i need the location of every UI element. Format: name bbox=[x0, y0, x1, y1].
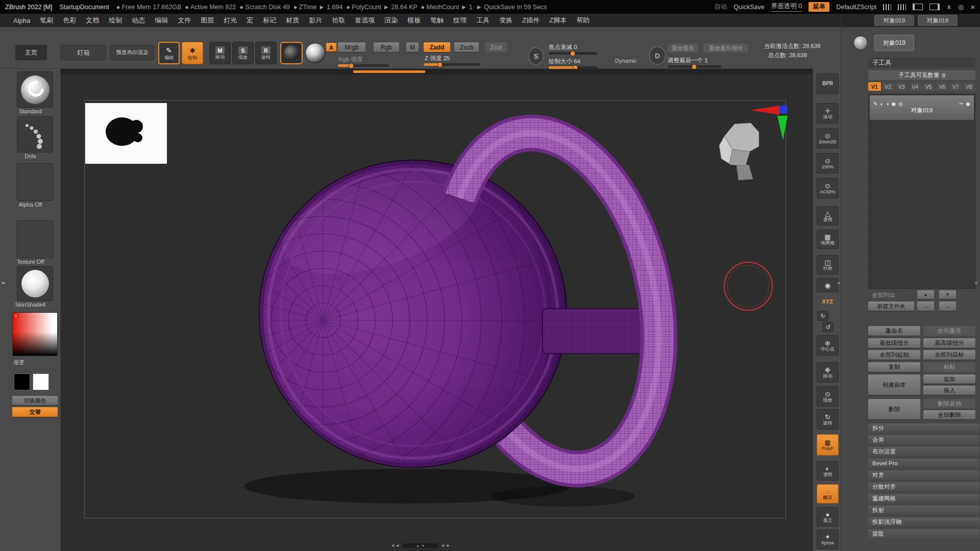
mixer2-icon[interactable] bbox=[898, 4, 906, 10]
ui-opacity-slider[interactable]: 界面透明 0 bbox=[771, 2, 802, 12]
redo-last-button[interactable]: 重做最后 bbox=[668, 43, 698, 53]
m-button[interactable]: M bbox=[406, 42, 419, 52]
xyz-rotation-lock[interactable]: XYZ bbox=[818, 298, 837, 305]
paste-button[interactable]: 粘贴 bbox=[923, 362, 975, 372]
uv-icon[interactable]: ◉ bbox=[891, 101, 896, 107]
material-sphere-button[interactable] bbox=[305, 43, 326, 63]
subtool-item-selected[interactable]: ✎ ◐ ◑ ◉ ◎ ✑ ◉ 对象019 bbox=[870, 95, 974, 120]
section-bas-relief[interactable]: 投影浅浮雕 bbox=[868, 517, 979, 527]
left-panel-icon[interactable] bbox=[913, 4, 923, 10]
zsub-button[interactable]: Zsub bbox=[454, 42, 479, 52]
v3-button[interactable]: V3 bbox=[895, 82, 908, 91]
all-to-start-button[interactable]: 全部到起始 bbox=[868, 350, 920, 360]
duplicate-button[interactable]: 创建副本 bbox=[868, 374, 920, 395]
menu-marker[interactable]: 标记 bbox=[263, 16, 276, 25]
menu-material[interactable]: 材质 bbox=[286, 16, 299, 25]
tool-tab-2[interactable]: 对象019 bbox=[918, 15, 958, 26]
scale-tool-button[interactable]: S 缩放 bbox=[232, 42, 254, 64]
viewport-canvas[interactable]: ◄◄ ▲ ▼ ►► bbox=[61, 69, 813, 551]
v2-button[interactable]: V2 bbox=[882, 82, 895, 91]
mixer-icon[interactable] bbox=[883, 4, 891, 10]
lightbox-button[interactable]: 灯箱 bbox=[61, 45, 106, 60]
menu-stencil[interactable]: 模板 bbox=[407, 16, 421, 25]
axis-x-arrow[interactable] bbox=[751, 106, 779, 115]
dynamic-toggle[interactable]: Dynamic bbox=[615, 58, 637, 64]
record-icon[interactable]: ◎ bbox=[958, 4, 964, 10]
section-distribute[interactable]: 分散对齐 bbox=[868, 482, 979, 491]
current-stroke-button[interactable] bbox=[280, 42, 303, 64]
menu-draw[interactable]: 绘制 bbox=[109, 16, 122, 25]
delete-all-button[interactable]: 全部删除 bbox=[923, 410, 975, 419]
right-shelf-divider-arrow[interactable]: ◂ bbox=[837, 280, 840, 285]
subtool-section-header[interactable]: 子工具 bbox=[868, 58, 975, 68]
floor-grid-button[interactable]: ▦地网格 bbox=[817, 230, 839, 249]
move-into-folder-button[interactable]: → bbox=[917, 302, 934, 311]
delete-button[interactable]: 删除 bbox=[868, 399, 920, 419]
main-color-swatch[interactable] bbox=[14, 373, 30, 390]
v5-button[interactable]: V5 bbox=[922, 82, 935, 91]
left-divider-arrows[interactable]: ◂▸ bbox=[1, 280, 6, 285]
menu-button[interactable]: 菜单 bbox=[808, 2, 829, 12]
a-toggle[interactable]: A bbox=[326, 43, 336, 52]
rotate-y-icon[interactable]: ↻ bbox=[817, 311, 828, 321]
camera-orientation-head[interactable] bbox=[719, 123, 759, 180]
collapse-icon[interactable]: ∧ bbox=[946, 4, 951, 10]
brush-visibility-icon[interactable]: ✑ bbox=[959, 101, 963, 107]
set-pivot-button[interactable]: ⊕中心点 bbox=[817, 335, 839, 356]
alternate-button[interactable]: 交替 bbox=[12, 407, 58, 417]
section-bevel-pro[interactable]: Bevel Pro bbox=[868, 459, 979, 468]
menu-stroke[interactable]: 笔触 bbox=[430, 16, 444, 25]
menu-zscript[interactable]: Z脚本 bbox=[549, 16, 567, 25]
menu-alpha[interactable]: Alpha bbox=[13, 17, 30, 24]
polypaint2-icon[interactable]: ◑ bbox=[886, 101, 889, 107]
all-to-target-button[interactable]: 全部到目标 bbox=[923, 350, 975, 360]
subtool-visible-count-slider[interactable]: 子工具可见数量 8 bbox=[868, 70, 975, 80]
auto-reorder-button[interactable]: 自动重排 bbox=[923, 326, 975, 336]
menu-picker[interactable]: 拾取 bbox=[332, 16, 345, 25]
scroll-right-icon[interactable]: ►► bbox=[442, 543, 451, 548]
rgb-intensity-slider[interactable] bbox=[338, 64, 389, 67]
alpha-thumbnail[interactable] bbox=[17, 163, 53, 201]
model-headphone[interactable] bbox=[61, 69, 688, 551]
switch-color-button[interactable]: 切换颜色 bbox=[12, 396, 58, 405]
scroll-left-icon[interactable]: ◄◄ bbox=[390, 543, 400, 548]
delete-other-button[interactable]: 删除其他 bbox=[923, 399, 975, 408]
mrgb-button[interactable]: Mrgb bbox=[338, 42, 365, 52]
rotate-canvas-button[interactable]: ↻旋转 bbox=[817, 409, 839, 430]
all-high-button[interactable]: 最高级细分 bbox=[923, 338, 975, 348]
menu-help[interactable]: 帮助 bbox=[576, 16, 590, 25]
axis-y-arrow[interactable] bbox=[777, 116, 788, 140]
polypaint-icon[interactable]: ◐ bbox=[880, 101, 883, 107]
move-out-folder-button[interactable]: ← bbox=[939, 302, 956, 311]
menu-document[interactable]: 文档 bbox=[86, 16, 99, 25]
menu-edit[interactable]: 编辑 bbox=[155, 16, 168, 25]
move-tool-button[interactable]: M 移动 bbox=[209, 42, 231, 64]
aa-half-button[interactable]: ⊙AC50% bbox=[817, 178, 839, 198]
transparency-button[interactable]: ◐透明 bbox=[817, 461, 839, 481]
home-button[interactable]: 主页 bbox=[15, 45, 47, 60]
subdiv-icon[interactable]: ◎ bbox=[898, 101, 903, 107]
secondary-color-swatch[interactable] bbox=[33, 373, 49, 390]
section-align[interactable]: 对齐 bbox=[868, 470, 979, 480]
material-thumbnail[interactable] bbox=[17, 266, 53, 301]
menu-zplugin[interactable]: Z插件 bbox=[522, 16, 540, 25]
actual-size-button[interactable]: ⊙100% bbox=[817, 153, 839, 173]
drawsize-d-icon[interactable]: D bbox=[649, 46, 666, 65]
section-boolean[interactable]: 布尔运算 bbox=[868, 447, 979, 456]
color-picker-cursor[interactable] bbox=[14, 314, 18, 318]
menu-texture[interactable]: 纹理 bbox=[453, 16, 467, 25]
section-remesh[interactable]: 重建网格 bbox=[868, 494, 979, 503]
canvas-scroll-controls[interactable]: ◄◄ ▲ ▼ ►► bbox=[390, 543, 451, 548]
menu-preferences[interactable]: 首选项 bbox=[355, 16, 375, 25]
viewport-3d[interactable] bbox=[61, 69, 813, 551]
edit-button[interactable]: ✎ 编辑 bbox=[158, 42, 180, 64]
solo-button[interactable]: ●孤立 bbox=[817, 507, 839, 527]
scroll-down-icon[interactable]: ▼ bbox=[422, 544, 425, 547]
z-intensity-slider[interactable] bbox=[424, 63, 480, 66]
copy-button[interactable]: 复制 bbox=[868, 362, 920, 372]
pen-icon[interactable]: ✎ bbox=[873, 101, 877, 107]
rename-button[interactable]: 重命名 bbox=[868, 326, 920, 336]
menu-macro[interactable]: 宏 bbox=[247, 16, 253, 25]
zscript-label[interactable]: DefaultZScript bbox=[836, 4, 876, 11]
focal-shift-slider[interactable] bbox=[549, 52, 597, 55]
